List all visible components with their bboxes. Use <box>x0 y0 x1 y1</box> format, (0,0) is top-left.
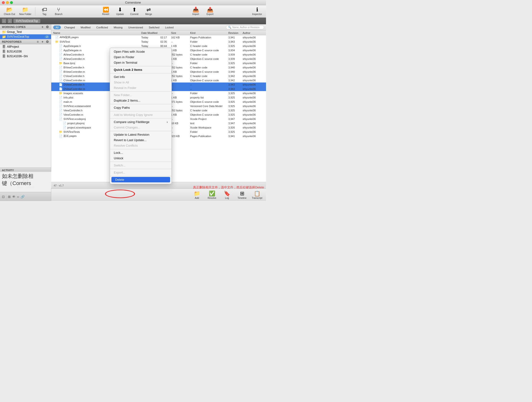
file-revision: 3,943 <box>228 88 243 90</box>
delete-menu-item[interactable]: Delete <box>111 177 170 182</box>
revert-label: Revert <box>102 13 109 15</box>
working-copies-settings-button[interactable]: ⚙ <box>45 25 49 29</box>
sidebar-bottom-toolbar: ⊡ ⊞ 👁 ‹› 🔗 <box>0 192 51 201</box>
tab-unversioned[interactable]: Unversioned <box>126 25 146 29</box>
file-time: 02:17 <box>160 36 171 39</box>
revert-icon: ⏪ <box>103 7 109 13</box>
commit-button[interactable]: ⬆ Commit <box>128 6 141 17</box>
file-revision: 3,925 <box>228 109 243 112</box>
menu-item[interactable]: Quick Look 2 Items <box>110 67 171 72</box>
sidebar-eye-button[interactable]: 👁 <box>12 195 15 199</box>
db-icon-2: 🗄 <box>2 50 6 53</box>
sidebar-item-svn-test-desktop[interactable]: 📁 SVNTestDeskTop 2 <box>0 34 51 39</box>
file-name: AViewController.h <box>63 53 84 56</box>
zoom-button[interactable] <box>10 1 13 4</box>
menu-item[interactable]: Open in Terminal <box>110 60 171 65</box>
sidebar-item-allproject[interactable]: 🗄 AllProject <box>0 44 51 49</box>
db-icon-3: 🗄 <box>2 54 6 58</box>
sidebar-item-group-test[interactable]: 📁 Group_Test <box>0 30 51 34</box>
tab-locked[interactable]: Locked <box>163 25 176 29</box>
file-revision: 3,925 <box>228 62 243 65</box>
search-box[interactable]: 🔍 Name, Author or Revision <box>226 25 264 29</box>
file-kind: Objective-C source code <box>190 70 228 73</box>
table-row[interactable]: 📁 SVNTest Today 02:35 -- Folder 3,943 sh… <box>51 40 266 44</box>
file-icon: 📄 <box>59 100 63 103</box>
sidebar-link-button[interactable]: 🔗 <box>20 195 25 199</box>
update-button[interactable]: ⬇ Update <box>114 6 127 17</box>
menu-item[interactable]: Get Info <box>110 74 171 80</box>
tab-conflicted[interactable]: Conflicted <box>94 25 110 29</box>
file-revision: 3,925 <box>228 113 243 116</box>
tab-all[interactable]: All <box>53 25 61 29</box>
action-btn-resolve[interactable]: ✅ Resolve <box>205 190 219 200</box>
col-header-revision[interactable]: Revision <box>228 31 243 34</box>
sidebar-panel-button[interactable]: ⊡ <box>2 195 5 199</box>
col-header-name[interactable]: Name <box>53 31 141 34</box>
col-header-kind[interactable]: Kind <box>190 31 228 34</box>
menu-item: New Folder... <box>110 92 171 98</box>
minimize-button[interactable] <box>6 1 9 4</box>
merge-button[interactable]: ⇌ Merge <box>142 6 155 17</box>
file-kind: Folder <box>190 62 228 65</box>
file-size: -- <box>171 88 190 90</box>
tab-switched[interactable]: Switched <box>146 25 162 29</box>
import-label: Import <box>192 13 199 15</box>
nav-forward-button[interactable]: › <box>8 19 12 23</box>
tab-changed[interactable]: Changed <box>62 25 77 29</box>
menu-item[interactable]: Copy Paths <box>110 105 171 110</box>
file-revision: 3,947 <box>228 118 243 120</box>
col-header-author[interactable]: Author <box>243 31 264 34</box>
tab-missing[interactable]: Missing <box>111 25 125 29</box>
close-button[interactable] <box>2 1 5 4</box>
titlebar: Cornerstone <box>0 0 266 5</box>
action-btn-log[interactable]: 🔖 Log <box>221 190 234 200</box>
sidebar-code-button[interactable]: ‹› <box>17 195 19 199</box>
checkout-button[interactable]: 📂 Check Out <box>2 6 16 17</box>
tag-button[interactable]: 🏷 Tag <box>38 6 51 17</box>
sidebar-item-bjs141036-shi[interactable]: 🗄 BJS141036--Shi <box>0 54 51 59</box>
col-header-date[interactable]: Date Modified <box>141 31 160 34</box>
file-size: 371 bytes <box>171 100 190 103</box>
add-repo-button[interactable]: + <box>41 40 44 44</box>
bottom-separator <box>6 195 6 199</box>
revert-button[interactable]: ⏪ Revert <box>99 6 112 17</box>
file-kind: Objective-C source code <box>190 100 228 103</box>
file-icon: 📄 <box>59 104 63 108</box>
add-working-copy-button[interactable]: + <box>41 25 44 29</box>
tab-modified[interactable]: Modified <box>78 25 93 29</box>
menu-item[interactable]: Unlock <box>110 156 171 161</box>
file-name: CViewController.m <box>63 79 85 82</box>
col-header-size[interactable]: Size <box>171 31 190 34</box>
branch-button[interactable]: ⑂ Branch <box>52 6 65 17</box>
menu-item[interactable]: Revert to Last Update... <box>110 137 171 143</box>
inspector-button[interactable]: ℹ Inspector <box>251 6 264 17</box>
menu-item[interactable]: Compare using FileMerge› <box>110 119 171 125</box>
file-revision: 3,925 <box>228 105 243 107</box>
menu-item[interactable]: Lock... <box>110 150 171 156</box>
action-btn-add[interactable]: 📁 Add <box>190 190 203 200</box>
working-copies-title: WORKING COPIES <box>2 25 25 28</box>
file-author: shiyunlei36 <box>243 122 264 125</box>
repos-list-button[interactable]: ≡ <box>36 40 40 44</box>
table-row[interactable]: 📄 ARM架构.pages Today 02:17 162 KB Pages P… <box>51 35 266 40</box>
menu-item[interactable]: Duplicate 2 Items... <box>110 98 171 103</box>
newfolder-button[interactable]: 📁 New Folder <box>18 6 33 17</box>
tag-label: Tag <box>43 13 46 15</box>
import-button[interactable]: 📥 Import <box>189 6 202 17</box>
breadcrumb[interactable]: SVNTestDeskTop <box>13 19 40 23</box>
file-size: 1 KB <box>171 44 190 47</box>
repos-settings-button[interactable]: ⚙ <box>45 40 49 44</box>
menu-item[interactable]: Update to Latest Revision <box>110 132 171 137</box>
update-icon: ⬇ <box>118 7 122 13</box>
menu-item[interactable]: Open Files with Xcode <box>110 49 171 54</box>
export-button[interactable]: 📤 Export <box>203 6 217 17</box>
action-btn-timeline[interactable]: ⊞ Timeline <box>235 190 249 200</box>
menu-item[interactable]: Open in Finder <box>110 54 171 60</box>
file-icon: 📄 <box>59 83 63 86</box>
file-revision: 3,934 <box>228 49 243 52</box>
action-btn-transcript[interactable]: 📋 Transcript <box>251 190 264 200</box>
sidebar-toggle-button[interactable]: ⊞ <box>8 195 11 199</box>
nav-back-button[interactable]: ‹ <box>2 19 6 23</box>
sidebar-item-bjs141036[interactable]: 🗄 BJS141036 <box>0 49 51 54</box>
checkout-label: Check Out <box>4 13 15 15</box>
